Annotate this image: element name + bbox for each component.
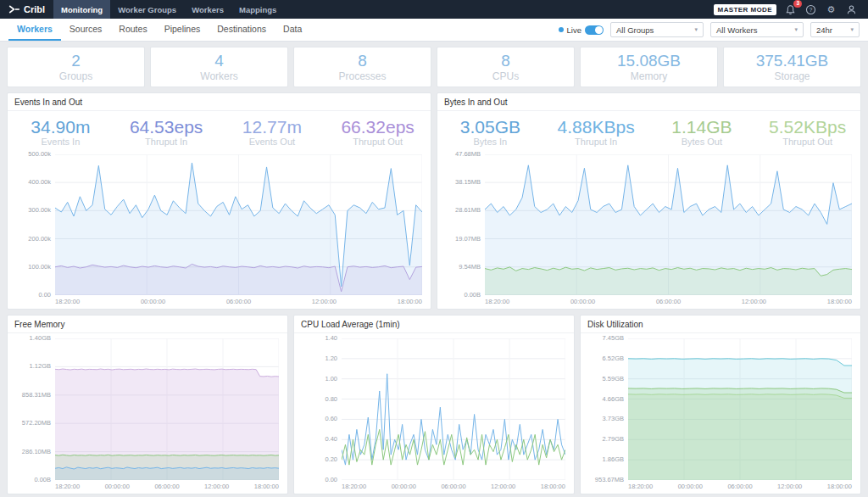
stat-label: Events In <box>8 137 114 147</box>
nav-mappings[interactable]: Mappings <box>231 0 284 19</box>
tab-destinations[interactable]: Destinations <box>209 19 275 41</box>
card-value: 2 <box>71 52 81 70</box>
chevron-down-icon: ▾ <box>694 26 698 33</box>
y-axis-label: 0.00B <box>464 292 481 299</box>
worker-filter-value: All Workers <box>716 25 757 35</box>
nav-workers[interactable]: Workers <box>184 0 231 19</box>
x-axis-label: 18:00:00 <box>827 298 852 306</box>
time-range-select[interactable]: 24hr ▾ <box>810 22 860 37</box>
card-label: Memory <box>631 70 667 82</box>
x-axis: 18:20:0000:00:0006:00:0012:00:0018:00:00 <box>55 295 422 306</box>
bytes-chart: 47.68MB38.15MB28.61MB19.07MB9.54MB0.00B1… <box>437 149 860 309</box>
card-memory: 15.08GB Memory <box>580 47 718 87</box>
alerts-bell-icon[interactable]: 3 <box>784 3 797 16</box>
user-icon[interactable] <box>845 3 858 16</box>
events-stats: 34.90m Events In 64.53eps Thruput In 12.… <box>8 111 431 149</box>
tab-pipelines[interactable]: Pipelines <box>156 19 209 41</box>
group-filter-select[interactable]: All Groups ▾ <box>610 22 704 37</box>
card-label: Workers <box>200 70 237 82</box>
card-label: Processes <box>338 70 386 82</box>
x-axis-label: 18:00:00 <box>398 298 422 306</box>
card-label: Groups <box>59 70 92 82</box>
x-axis-label: 18:20:00 <box>485 298 509 306</box>
cribl-logo-text: Cribl <box>24 4 45 14</box>
tab-controls: Live All Groups ▾ All Workers ▾ 24hr ▾ <box>559 19 860 41</box>
card-cpus: 8 CPUs <box>437 47 575 87</box>
live-dot-icon <box>559 27 564 32</box>
panel-free-memory: Free Memory 1.40GB1.12GB858.31MB572.20MB… <box>7 315 288 494</box>
y-axis: 47.68MB38.15MB28.61MB19.07MB9.54MB0.00B <box>441 151 485 299</box>
plot-area <box>55 154 422 295</box>
card-workers: 4 Workers <box>150 47 288 87</box>
y-axis-label: 4.66GB <box>603 396 624 403</box>
live-indicator: Live <box>559 25 604 35</box>
stat-value: 3.05GB <box>437 117 543 137</box>
x-axis-label: 12:00:00 <box>777 483 802 491</box>
chart-svg <box>55 338 279 480</box>
x-axis: 18:20:0000:00:0006:00:0012:00:0018:00:00 <box>55 480 279 491</box>
y-axis-label: 47.68MB <box>455 151 481 158</box>
nav-worker-groups[interactable]: Worker Groups <box>110 0 184 19</box>
y-axis-label: 38.15MB <box>455 179 481 186</box>
stat-thruput-out: 5.52KBps Thruput Out <box>754 117 860 147</box>
stat-thruput-in: 4.88KBps Thruput In <box>543 117 649 147</box>
y-axis-label: 0.00 <box>325 477 337 483</box>
main-content: 2 Groups 4 Workers 8 Processes 8 CPUs 15… <box>0 42 868 497</box>
stat-label: Thruput Out <box>754 137 860 147</box>
stat-value: 1.14GB <box>649 117 755 137</box>
stat-value: 66.32eps <box>325 117 431 137</box>
y-axis-label: 100.00k <box>28 264 51 271</box>
card-value: 375.41GB <box>756 52 829 70</box>
nav-monitoring[interactable]: Monitoring <box>53 0 110 19</box>
card-groups: 2 Groups <box>7 47 145 87</box>
charts-row-2: Free Memory 1.40GB1.12GB858.31MB572.20MB… <box>7 315 861 494</box>
stat-value: 5.52KBps <box>754 117 860 137</box>
y-axis: 1.40GB1.12GB858.31MB572.20MB286.10MB0.00… <box>11 335 55 483</box>
y-axis-label: 858.31MB <box>22 392 51 399</box>
panel-title: Events In and Out <box>8 93 431 111</box>
y-axis: 1.401.201.000.800.600.400.200.00 <box>298 335 342 483</box>
y-axis-label: 300.00k <box>28 207 51 214</box>
settings-gear-icon[interactable]: ⚙ <box>825 3 837 16</box>
y-axis-label: 953.67MB <box>595 477 624 483</box>
events-chart: 500.00k400.00k300.00k200.00k100.00k0.001… <box>8 149 431 309</box>
x-axis-label: 12:00:00 <box>204 483 229 491</box>
stat-label: Thruput In <box>114 137 220 147</box>
panel-title: Bytes In and Out <box>437 93 860 111</box>
y-axis-label: 200.00k <box>28 236 51 243</box>
help-icon[interactable]: ? <box>804 3 817 16</box>
tab-routes[interactable]: Routes <box>110 19 155 41</box>
x-axis-label: 06:00:00 <box>727 483 752 491</box>
panel-cpu-load: CPU Load Average (1min) 1.401.201.000.80… <box>293 315 575 494</box>
panel-bytes-in-out: Bytes In and Out 3.05GB Bytes In 4.88KBp… <box>437 92 861 310</box>
stat-label: Bytes Out <box>649 137 755 147</box>
card-value: 8 <box>358 52 367 70</box>
stat-label: Events Out <box>220 137 326 147</box>
notification-badge: 3 <box>793 0 802 8</box>
stat-value: 34.90m <box>8 117 114 137</box>
tab-workers[interactable]: Workers <box>8 19 61 41</box>
x-axis-label: 06:00:00 <box>154 483 179 491</box>
tab-sources[interactable]: Sources <box>61 19 111 41</box>
plot-area <box>628 338 852 480</box>
tab-data[interactable]: Data <box>275 19 310 41</box>
worker-filter-select[interactable]: All Workers ▾ <box>710 22 804 37</box>
chevron-down-icon: ▾ <box>850 26 854 33</box>
x-axis-label: 18:20:00 <box>55 483 80 491</box>
stat-value: 64.53eps <box>114 117 220 137</box>
x-axis-label: 00:00:00 <box>392 483 416 491</box>
card-processes: 8 Processes <box>293 47 431 87</box>
live-label: Live <box>567 25 581 35</box>
topbar-right: MASTER MODE 3 ? ⚙ <box>714 3 868 16</box>
y-axis-label: 1.12GB <box>30 363 51 370</box>
card-label: Storage <box>774 70 810 82</box>
stat-thruput-out: 66.32eps Thruput Out <box>325 117 431 147</box>
stat-value: 4.88KBps <box>543 117 649 137</box>
x-axis-label: 00:00:00 <box>570 298 595 306</box>
y-axis-label: 1.86GB <box>603 456 624 463</box>
live-toggle[interactable] <box>585 25 604 35</box>
card-value: 8 <box>501 52 510 70</box>
y-axis-label: 5.59GB <box>603 376 624 383</box>
x-axis-label: 12:00:00 <box>312 298 337 306</box>
cribl-logo[interactable]: Cribl <box>0 0 53 19</box>
